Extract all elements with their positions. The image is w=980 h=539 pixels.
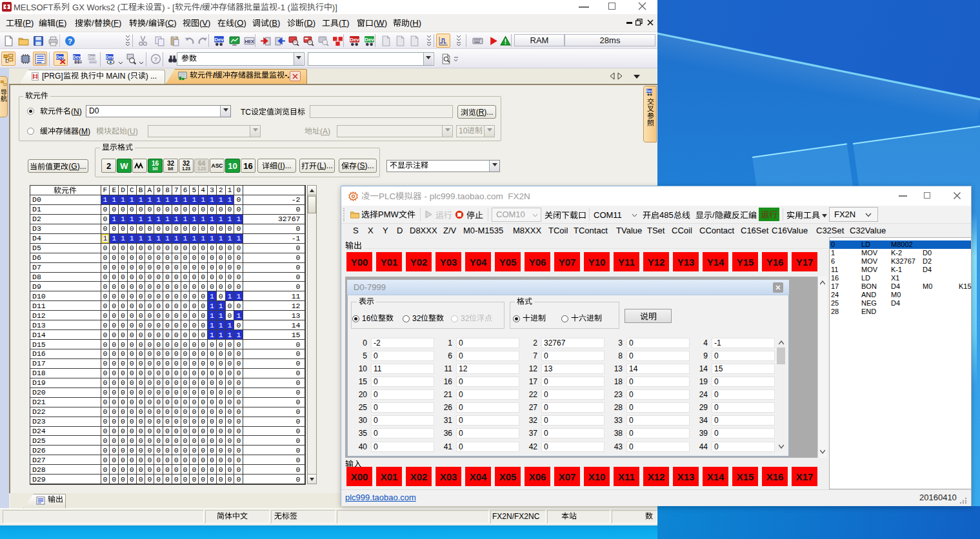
svg-text:Dev: Dev — [350, 37, 359, 43]
svg-text:HEX: HEX — [245, 39, 254, 43]
svg-text:Dev: Dev — [88, 54, 95, 59]
svg-text:Dev: Dev — [214, 37, 224, 43]
svg-text:?: ? — [154, 55, 157, 63]
svg-text:Dev: Dev — [73, 54, 81, 59]
svg-text:Dev: Dev — [646, 90, 652, 93]
svg-text:Dev: Dev — [56, 54, 64, 59]
svg-text:Dev: Dev — [365, 37, 374, 43]
svg-text:?: ? — [67, 36, 72, 44]
svg-text:Dev: Dev — [106, 54, 114, 59]
